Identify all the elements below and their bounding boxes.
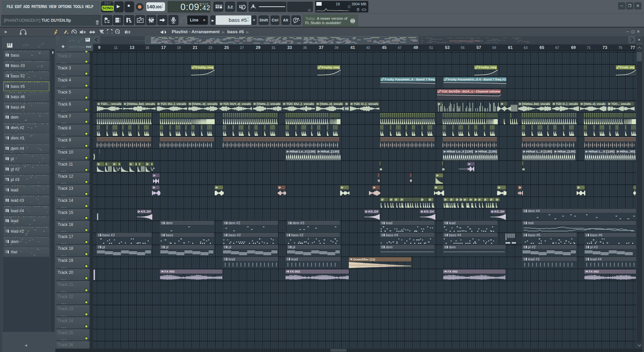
svg-text:33: 33 [287,45,292,50]
svg-text:TÚC D..)_vocals: TÚC D..)_vocals [354,102,379,106]
svg-text:65: 65 [540,45,544,50]
svg-text:Track 18: Track 18 [58,246,73,251]
svg-text:Track 11: Track 11 [58,162,73,167]
svg-text:Hihat Lo..3 [130]: Hihat Lo..3 [130] [447,150,473,153]
svg-text:dem #2: dem #2 [228,221,240,225]
svg-text:pl #2: pl #2 [528,245,536,249]
svg-text:lead: lead [228,257,235,261]
svg-text:bass #2: bass #2 [291,233,304,237]
svg-text:29: 29 [256,45,261,50]
svg-text:PAT: PAT [86,45,92,49]
svg-text:Track 8: Track 8 [58,126,71,130]
svg-text:Track 2: Track 2 [58,54,71,58]
svg-text:51: 51 [429,46,433,50]
svg-text:TÚC DUYÊN - ĐOÀ..s - Channel v: TÚC DUYÊN - ĐOÀ..s - Channel volume [441,90,500,93]
svg-text:+: + [61,43,65,50]
svg-text:Hihat L..3 [130]: Hihat L..3 [130] [526,150,552,153]
svg-text:73: 73 [603,45,607,50]
svg-text:Downlifter (11): Downlifter (11) [353,257,375,261]
svg-text:FX 002: FX 002 [589,270,599,273]
svg-text:Fruity..req: Fruity..req [479,66,496,69]
svg-text:21: 21 [193,45,198,50]
svg-text:35: 35 [303,46,307,50]
svg-text:49: 49 [414,45,418,50]
svg-text:Track 21: Track 21 [58,282,73,287]
svg-text:TÚC DU..)_vocals: TÚC DU..)_vocals [286,102,314,106]
svg-text:Track 12: Track 12 [58,174,73,179]
svg-text:77: 77 [631,45,635,50]
svg-text:lead #3: lead #3 [528,257,540,261]
svg-text:11: 11 [114,46,118,50]
svg-text:Hihat..[130]: Hihat..[130] [478,150,497,153]
svg-text:Track 20: Track 20 [58,270,73,275]
svg-text:TÚC DU..)_vocals: TÚC DU..)_vocals [161,102,186,106]
svg-text:TÚC.._vocals: TÚC.._vocals [611,102,631,106]
svg-text:Track 15: Track 15 [58,210,73,215]
svg-text:63: 63 [524,46,528,50]
svg-text:bass: bass [166,233,173,237]
svg-text:67: 67 [555,46,559,50]
svg-text:Fruity..req: Fruity..req [196,66,213,69]
svg-text:Fruity Parametr..4 - Band 7 fr: Fruity Parametr..4 - Band 7 freq [385,78,435,81]
svg-text:pl #3: pl #3 [590,245,598,249]
svg-text:47: 47 [398,46,402,50]
svg-text:Track 13: Track 13 [58,186,73,191]
svg-text:57: 57 [477,45,481,50]
svg-text:25: 25 [224,45,229,50]
svg-text:dem: dem [449,245,456,249]
svg-text:Track 26: Track 26 [58,343,73,347]
svg-text:KS..D#: KS..D# [141,210,151,213]
svg-text:CHAN: CHAN [77,45,86,49]
svg-text:Track 6: Track 6 [58,102,71,107]
svg-text:9: 9 [98,45,101,50]
svg-text:Fruity Parametric..d 4 - Band: Fruity Parametric..d 4 - Band 7 freq #2 [448,78,506,81]
svg-text:bass #5: bass #5 [528,233,540,237]
svg-text:Track 10: Track 10 [58,150,73,155]
svg-text:Track 9: Track 9 [58,138,71,142]
svg-text:Track 25: Track 25 [58,331,73,335]
svg-text:Track 5: Track 5 [58,90,71,95]
svg-text:55: 55 [461,46,465,50]
svg-text:17: 17 [161,45,166,50]
svg-text:bass #3: bass #3 [102,233,115,237]
svg-text:FX 002: FX 002 [447,270,458,273]
svg-text:pl: pl [166,245,168,249]
svg-text:[Viets..e)_vocals: [Viets..e)_vocals [584,102,606,106]
svg-text:53: 53 [445,45,450,50]
svg-text:75: 75 [619,46,623,50]
svg-text:Track 16: Track 16 [58,222,73,227]
svg-text:Fruit..eq: Fruit..eq [620,66,634,69]
svg-text:Hihat L..3 [130]: Hihat L..3 [130] [589,150,615,153]
svg-text:Track 3: Track 3 [58,66,71,70]
svg-text:71: 71 [587,46,591,50]
svg-text:[Vietsu..be)_vocals: [Vietsu..be)_vocals [127,102,155,106]
svg-text:mel: mel [528,221,534,225]
svg-text:FX 002: FX 002 [164,270,175,273]
svg-text:19: 19 [177,46,181,50]
svg-text:lead: lead [386,221,392,225]
svg-text:59: 59 [492,46,496,50]
svg-text:bass #6: bass #6 [590,233,602,237]
svg-text:TÚC D..)_vocals: TÚC D..)_vocals [556,102,578,106]
svg-text:TÚC DUY..e)_vocals: TÚC DUY..e)_vocals [223,102,251,106]
svg-text:61: 61 [508,45,513,50]
svg-text:Track 14: Track 14 [58,198,73,203]
svg-text:lead #4: lead #4 [590,257,602,261]
svg-text:bass #4: bass #4 [386,233,398,237]
svg-text:Track 7: Track 7 [58,114,71,119]
svg-text:Track 17: Track 17 [58,234,73,239]
svg-text:45: 45 [382,45,387,50]
svg-text:[Viets..e)_vocals: [Viets..e)_vocals [320,102,343,106]
svg-text:dem: dem [386,245,393,249]
svg-text:37: 37 [319,45,324,50]
svg-text:FX 002: FX 002 [290,270,300,273]
svg-text:39: 39 [335,46,339,50]
svg-text:13: 13 [130,45,135,50]
svg-text:Hihat..[130]: Hihat..[130] [557,150,575,153]
svg-text:Track 24: Track 24 [58,318,73,323]
svg-text:Track 22: Track 22 [58,294,73,299]
svg-text:31: 31 [272,46,276,50]
svg-text:69: 69 [571,45,576,50]
svg-text:Ш: Ш [239,4,243,9]
svg-text:Track 4: Track 4 [58,78,71,82]
